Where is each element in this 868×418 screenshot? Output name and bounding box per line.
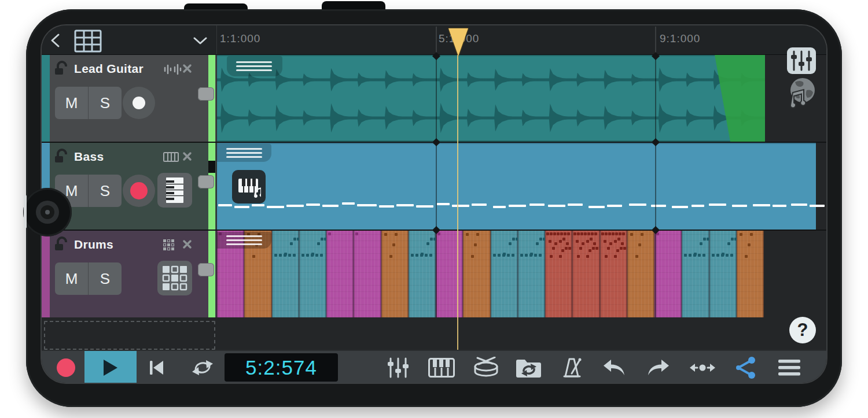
midi-note [234, 206, 249, 208]
help-button[interactable]: ? [789, 317, 816, 343]
midi-note [548, 205, 565, 207]
close-track-icon[interactable] [182, 239, 192, 249]
midi-note [810, 205, 825, 207]
track-content-lead-guitar[interactable] [217, 55, 826, 142]
ruler-label: 9:1:000 [660, 32, 700, 45]
clip-handle[interactable] [217, 232, 271, 249]
drum-pattern-block-teal[interactable] [409, 231, 436, 317]
drum-pattern-block-orange[interactable] [381, 231, 409, 317]
app-screen: 1:1:000 5:1:000 9:1:000 Lead Guitar [42, 25, 826, 383]
drum-pattern-block-red[interactable] [545, 231, 572, 317]
drum-pattern-block-magenta[interactable] [654, 231, 682, 317]
midi-note [709, 204, 726, 206]
midi-note [452, 205, 469, 207]
grid-line [436, 55, 437, 317]
drum-pattern-block-orange[interactable] [463, 231, 490, 317]
drum-pattern-block-teal[interactable] [682, 231, 709, 317]
midi-clip-bass[interactable] [217, 143, 816, 230]
time-display[interactable]: 5:2:574 [225, 353, 338, 382]
lock-icon[interactable] [53, 236, 68, 252]
collapse-panel-icon[interactable] [193, 37, 208, 45]
drum-pattern-block-teal[interactable] [709, 231, 737, 317]
midi-note [672, 206, 688, 208]
drum-pattern-block-teal[interactable] [518, 231, 545, 317]
clip-handle[interactable] [217, 144, 271, 162]
ruler-tick [655, 27, 656, 54]
playhead-line[interactable] [457, 55, 458, 350]
midi-note [437, 203, 450, 205]
instrument-icon[interactable] [232, 170, 266, 204]
drum-pattern-block-magenta[interactable] [326, 231, 354, 317]
record-button[interactable] [123, 175, 155, 207]
drum-pattern-block-orange[interactable] [627, 231, 654, 317]
close-track-icon[interactable] [182, 151, 192, 161]
track-content-drums[interactable] [217, 231, 826, 317]
add-track-dropzone[interactable] [44, 321, 215, 350]
mixer-panel-button[interactable] [787, 47, 816, 74]
close-track-icon[interactable] [182, 64, 192, 73]
record-transport-button[interactable] [54, 351, 78, 383]
midi-note [753, 204, 770, 206]
drum-pattern-block-orange[interactable] [737, 231, 764, 317]
ruler-label: 1:1:000 [220, 32, 260, 45]
drum-blocks [217, 231, 764, 317]
mute-button[interactable]: M [55, 262, 89, 295]
track-color-strip [42, 231, 50, 317]
rewind-button[interactable] [145, 351, 168, 383]
horizontal-zoom-button[interactable] [690, 351, 715, 383]
drum-pattern-block-teal[interactable] [272, 231, 299, 317]
midi-note [692, 205, 704, 207]
solo-button[interactable]: S [89, 87, 122, 119]
drum-pattern-block-teal[interactable] [299, 231, 326, 317]
solo-button[interactable]: S [89, 262, 122, 295]
phone-camera [23, 188, 72, 236]
loop-browser-button[interactable] [515, 351, 543, 383]
lock-icon[interactable] [53, 60, 68, 76]
grid-view-icon[interactable] [74, 29, 102, 53]
track-color-strip [42, 55, 50, 142]
piano-roll-button[interactable] [157, 173, 192, 208]
drum-pattern-button[interactable] [157, 261, 192, 295]
globe-audio-icon[interactable] [784, 75, 818, 111]
loop-button[interactable] [191, 351, 214, 383]
top-bar: 1:1:000 5:1:000 9:1:000 [42, 25, 826, 55]
back-icon[interactable] [50, 33, 61, 48]
drum-pattern-block-magenta[interactable] [354, 231, 381, 317]
mixer-button[interactable] [387, 351, 410, 383]
clip-handle[interactable] [227, 56, 282, 76]
play-button[interactable] [84, 351, 137, 383]
midi-note [607, 205, 622, 207]
mute-button[interactable]: M [55, 87, 89, 119]
record-arm-button[interactable] [123, 87, 155, 119]
lock-icon[interactable] [53, 148, 68, 164]
share-button[interactable] [733, 351, 758, 383]
drum-pattern-block-red[interactable] [600, 231, 627, 317]
metronome-button[interactable] [560, 351, 584, 383]
track-panel-header [42, 25, 217, 54]
midi-note [267, 206, 284, 208]
playhead-marker[interactable] [448, 28, 468, 56]
midi-note [732, 205, 747, 207]
midi-note [493, 206, 506, 208]
redo-button[interactable] [645, 351, 671, 383]
meter-handle[interactable] [198, 175, 214, 188]
solo-button[interactable]: S [89, 175, 122, 207]
track-row-drums: Drums M S [42, 231, 826, 317]
grid-line [655, 55, 656, 317]
meter-handle[interactable] [198, 263, 214, 276]
drum-pattern-block-teal[interactable] [491, 231, 518, 317]
midi-type-icon [163, 152, 179, 162]
audio-clip-waveform[interactable] [217, 55, 765, 142]
track-header-drums[interactable]: Drums M S [42, 231, 216, 317]
midi-note [589, 206, 605, 208]
track-name: Bass [74, 150, 104, 164]
meter-handle[interactable] [198, 87, 214, 101]
keyboard-button[interactable] [428, 351, 455, 383]
track-content-bass[interactable] [217, 143, 826, 230]
undo-button[interactable] [602, 351, 627, 383]
drum-pattern-block-red[interactable] [572, 231, 599, 317]
drums-button[interactable] [473, 351, 499, 383]
menu-button[interactable] [777, 351, 802, 383]
drum-pattern-block-magenta[interactable] [436, 231, 463, 317]
track-header-lead-guitar[interactable]: Lead Guitar M S [42, 55, 216, 142]
